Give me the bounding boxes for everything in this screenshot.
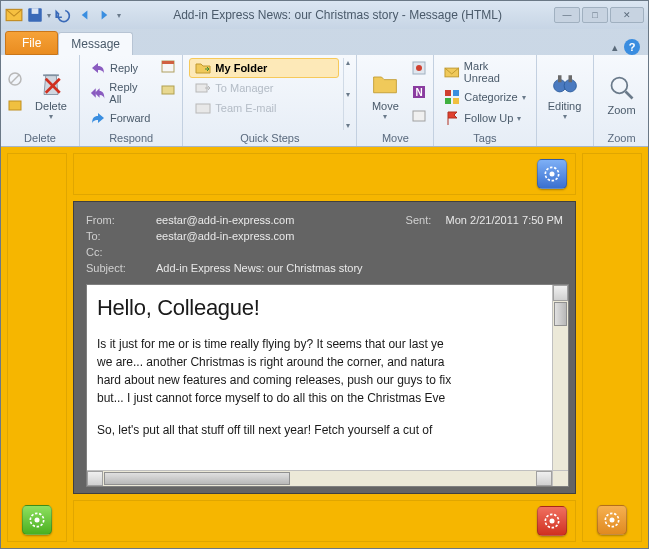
save-icon[interactable]: [26, 6, 44, 24]
hdr-subject: Subject: Add-in Express News: our Christ…: [74, 260, 575, 276]
zoom-button[interactable]: Zoom: [600, 58, 644, 130]
pane-left: [7, 153, 67, 542]
reply-all-icon: [90, 85, 105, 101]
app-icon[interactable]: [5, 6, 23, 24]
svg-rect-24: [568, 75, 572, 82]
group-move: Move ▾ N Move: [357, 55, 434, 146]
quick-access-toolbar: ▾ ▾: [5, 6, 121, 24]
body-line-1: Is it just for me or is time really flyi…: [97, 335, 552, 353]
svg-rect-8: [162, 86, 174, 94]
hdr-to: To: eestar@add-in-express.com: [74, 228, 575, 244]
scroll-corner: [552, 470, 568, 486]
reply-all-button[interactable]: Reply All: [86, 79, 154, 107]
group-tags-label: Tags: [440, 130, 529, 146]
group-delete: Delete ▾ Delete: [1, 55, 80, 146]
sent-value: Mon 2/21/2011 7:50 PM: [446, 214, 563, 226]
pane-right: [582, 153, 642, 542]
gear-widget-blue[interactable]: [537, 159, 567, 189]
junk-icon[interactable]: [7, 97, 23, 117]
categorize-button[interactable]: Categorize▾: [440, 87, 529, 107]
body-line-4: but... I just cannot force myself to do …: [97, 389, 552, 407]
previous-icon[interactable]: [75, 6, 93, 24]
next-icon[interactable]: [96, 6, 114, 24]
binoculars-icon: [551, 70, 579, 98]
horizontal-scrollbar[interactable]: [87, 470, 552, 486]
qs-more-icon[interactable]: ▾: [346, 121, 350, 130]
qs-up-icon[interactable]: ▴: [346, 58, 350, 67]
from-value: eestar@add-in-express.com: [156, 214, 406, 226]
actions-icon[interactable]: [411, 108, 427, 128]
scroll-left-icon[interactable]: [87, 471, 103, 486]
reply-icon: [90, 60, 106, 76]
gear-widget-red[interactable]: [537, 506, 567, 536]
qs-myfolder[interactable]: My Folder: [189, 58, 339, 78]
minimize-button[interactable]: —: [554, 7, 580, 23]
undo-icon[interactable]: [54, 6, 72, 24]
qat-dropdown-icon[interactable]: ▾: [47, 11, 51, 20]
ribbon: Delete ▾ Delete Reply Reply All Forward …: [1, 55, 648, 147]
group-respond-label: Respond: [86, 130, 176, 146]
hdr-cc: Cc:: [74, 244, 575, 260]
group-respond: Reply Reply All Forward Respond: [80, 55, 183, 146]
pane-top: [73, 153, 576, 195]
svg-rect-23: [558, 75, 562, 82]
scroll-up-icon[interactable]: [553, 285, 568, 301]
close-button[interactable]: ✕: [610, 7, 644, 23]
gear-widget-green[interactable]: [22, 505, 52, 535]
pane-bottom: [73, 500, 576, 542]
vertical-scrollbar[interactable]: [552, 285, 568, 486]
editing-button[interactable]: Editing ▾: [543, 58, 587, 130]
mark-unread-button[interactable]: Mark Unread: [440, 58, 529, 86]
message-body: Hello, Colleague! Is it just for me or i…: [86, 284, 569, 487]
meeting-icon[interactable]: [160, 58, 176, 78]
to-label: To:: [86, 230, 156, 242]
folder-move-icon: [195, 60, 211, 76]
tab-message[interactable]: Message: [58, 32, 133, 55]
flag-icon: [444, 110, 460, 126]
group-quicksteps-label: Quick Steps: [189, 130, 350, 146]
maximize-button[interactable]: □: [582, 7, 608, 23]
forward-button[interactable]: Forward: [86, 108, 154, 128]
cc-label: Cc:: [86, 246, 156, 258]
svg-rect-19: [445, 98, 451, 104]
from-label: From:: [86, 214, 156, 226]
followup-button[interactable]: Follow Up▾: [440, 108, 529, 128]
group-zoom-label: Zoom: [600, 130, 644, 146]
move-folder-icon: [371, 70, 399, 98]
ignore-icon[interactable]: [7, 71, 23, 91]
rules-icon[interactable]: [411, 60, 427, 80]
group-quicksteps: My Folder To Manager Team E-mail ▴ ▾ ▾ Q…: [183, 55, 357, 146]
categorize-icon: [444, 89, 460, 105]
titlebar: ▾ ▾ Add-in Express News: our Christmas s…: [1, 1, 648, 29]
svg-text:N: N: [416, 87, 423, 98]
mail-forward-icon: [195, 80, 211, 96]
pane-center: From: eestar@add-in-express.com Sent: Mo…: [73, 153, 576, 542]
svg-rect-5: [9, 101, 21, 110]
tab-file[interactable]: File: [5, 31, 58, 55]
reply-button[interactable]: Reply: [86, 58, 154, 78]
outlook-message-window: ▾ ▾ Add-in Express News: our Christmas s…: [0, 0, 649, 549]
hscroll-thumb[interactable]: [104, 472, 290, 485]
qs-down-icon[interactable]: ▾: [346, 90, 350, 99]
gear-widget-orange[interactable]: [597, 505, 627, 535]
team-mail-icon: [195, 100, 211, 116]
subject-label: Subject:: [86, 262, 156, 274]
delete-button[interactable]: Delete ▾: [29, 58, 73, 130]
message-body-text[interactable]: Hello, Colleague! Is it just for me or i…: [87, 285, 552, 486]
help-icon[interactable]: ?: [624, 39, 640, 55]
svg-point-28: [35, 518, 40, 523]
group-delete-label: Delete: [7, 130, 73, 146]
move-button[interactable]: Move ▾: [363, 58, 407, 130]
scroll-right-icon[interactable]: [536, 471, 552, 486]
qs-teamemail[interactable]: Team E-mail: [189, 98, 339, 118]
ribbon-collapse-icon[interactable]: ▴: [612, 41, 618, 54]
hdr-from: From: eestar@add-in-express.com Sent: Mo…: [74, 212, 575, 228]
scroll-thumb[interactable]: [554, 302, 567, 326]
more-respond-icon[interactable]: [160, 82, 176, 102]
group-move-label: Move: [363, 130, 427, 146]
onenote-icon[interactable]: N: [411, 84, 427, 104]
to-value: eestar@add-in-express.com: [156, 230, 294, 242]
qs-tomanager[interactable]: To Manager: [189, 78, 339, 98]
svg-line-4: [11, 75, 19, 83]
svg-point-25: [611, 78, 627, 94]
